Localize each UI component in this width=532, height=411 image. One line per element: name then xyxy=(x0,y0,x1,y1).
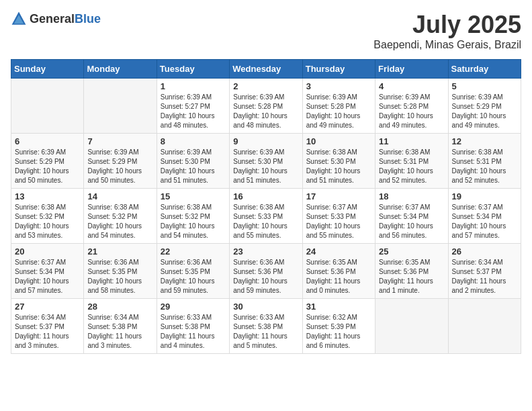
day-cell: 20Sunrise: 6:37 AM Sunset: 5:34 PM Dayli… xyxy=(11,244,84,299)
day-number: 26 xyxy=(452,246,517,257)
day-number: 4 xyxy=(379,81,444,91)
day-number: 25 xyxy=(379,246,444,257)
day-info: Sunrise: 6:39 AM Sunset: 5:28 PM Dayligh… xyxy=(233,93,298,130)
day-cell: 23Sunrise: 6:36 AM Sunset: 5:36 PM Dayli… xyxy=(230,244,302,299)
weekday-header-saturday: Saturday xyxy=(448,60,521,79)
day-cell: 28Sunrise: 6:34 AM Sunset: 5:38 PM Dayli… xyxy=(84,299,157,354)
weekday-header-thursday: Thursday xyxy=(302,60,375,79)
day-info: Sunrise: 6:37 AM Sunset: 5:34 PM Dayligh… xyxy=(15,258,80,295)
day-info: Sunrise: 6:37 AM Sunset: 5:34 PM Dayligh… xyxy=(379,203,444,240)
day-info: Sunrise: 6:39 AM Sunset: 5:27 PM Dayligh… xyxy=(161,93,226,130)
week-row-5: 27Sunrise: 6:34 AM Sunset: 5:37 PM Dayli… xyxy=(11,299,521,354)
day-info: Sunrise: 6:38 AM Sunset: 5:32 PM Dayligh… xyxy=(15,203,80,240)
day-number: 9 xyxy=(233,136,298,146)
day-number: 20 xyxy=(15,246,80,257)
day-info: Sunrise: 6:32 AM Sunset: 5:39 PM Dayligh… xyxy=(306,313,371,351)
day-info: Sunrise: 6:35 AM Sunset: 5:36 PM Dayligh… xyxy=(306,258,371,295)
day-cell: 3Sunrise: 6:39 AM Sunset: 5:28 PM Daylig… xyxy=(302,79,375,134)
day-number: 13 xyxy=(15,191,80,201)
day-number: 16 xyxy=(233,191,298,201)
day-cell: 27Sunrise: 6:34 AM Sunset: 5:37 PM Dayli… xyxy=(11,299,84,354)
day-info: Sunrise: 6:37 AM Sunset: 5:34 PM Dayligh… xyxy=(452,203,517,240)
day-number: 31 xyxy=(306,302,371,312)
day-number: 2 xyxy=(233,81,298,91)
day-number: 30 xyxy=(233,302,298,312)
weekday-header-sunday: Sunday xyxy=(11,60,84,79)
day-cell: 12Sunrise: 6:38 AM Sunset: 5:31 PM Dayli… xyxy=(448,134,521,189)
day-info: Sunrise: 6:39 AM Sunset: 5:28 PM Dayligh… xyxy=(379,93,444,130)
day-cell xyxy=(448,299,521,354)
day-info: Sunrise: 6:39 AM Sunset: 5:29 PM Dayligh… xyxy=(87,148,152,185)
week-row-1: 1Sunrise: 6:39 AM Sunset: 5:27 PM Daylig… xyxy=(11,79,521,134)
page-header: GeneralBlue July 2025 Baependi, Minas Ge… xyxy=(11,11,521,51)
day-number: 21 xyxy=(87,246,152,257)
week-row-4: 20Sunrise: 6:37 AM Sunset: 5:34 PM Dayli… xyxy=(11,244,521,299)
calendar-location: Baependi, Minas Gerais, Brazil xyxy=(373,39,521,51)
day-cell: 14Sunrise: 6:38 AM Sunset: 5:32 PM Dayli… xyxy=(84,189,157,244)
day-number: 12 xyxy=(452,136,517,146)
day-cell xyxy=(11,79,84,134)
day-number: 24 xyxy=(306,246,371,257)
day-info: Sunrise: 6:38 AM Sunset: 5:30 PM Dayligh… xyxy=(306,148,371,185)
day-info: Sunrise: 6:36 AM Sunset: 5:35 PM Dayligh… xyxy=(87,258,152,295)
logo: GeneralBlue xyxy=(11,11,101,27)
day-info: Sunrise: 6:33 AM Sunset: 5:38 PM Dayligh… xyxy=(161,313,226,351)
day-cell: 4Sunrise: 6:39 AM Sunset: 5:28 PM Daylig… xyxy=(375,79,448,134)
calendar-table: SundayMondayTuesdayWednesdayThursdayFrid… xyxy=(11,59,521,354)
day-cell: 26Sunrise: 6:34 AM Sunset: 5:37 PM Dayli… xyxy=(448,244,521,299)
day-info: Sunrise: 6:34 AM Sunset: 5:37 PM Dayligh… xyxy=(452,258,517,295)
day-number: 1 xyxy=(161,81,226,91)
weekday-header-row: SundayMondayTuesdayWednesdayThursdayFrid… xyxy=(11,60,521,79)
day-cell: 9Sunrise: 6:39 AM Sunset: 5:30 PM Daylig… xyxy=(230,134,302,189)
logo-general: General xyxy=(30,12,75,26)
day-number: 14 xyxy=(87,191,152,201)
day-info: Sunrise: 6:33 AM Sunset: 5:38 PM Dayligh… xyxy=(233,313,298,351)
day-cell xyxy=(84,79,157,134)
day-info: Sunrise: 6:38 AM Sunset: 5:31 PM Dayligh… xyxy=(452,148,517,185)
day-cell: 11Sunrise: 6:38 AM Sunset: 5:31 PM Dayli… xyxy=(375,134,448,189)
day-cell: 18Sunrise: 6:37 AM Sunset: 5:34 PM Dayli… xyxy=(375,189,448,244)
day-info: Sunrise: 6:39 AM Sunset: 5:30 PM Dayligh… xyxy=(233,148,298,185)
day-cell: 15Sunrise: 6:38 AM Sunset: 5:32 PM Dayli… xyxy=(157,189,229,244)
calendar-title: July 2025 xyxy=(373,11,521,39)
day-cell: 31Sunrise: 6:32 AM Sunset: 5:39 PM Dayli… xyxy=(302,299,375,354)
day-cell: 1Sunrise: 6:39 AM Sunset: 5:27 PM Daylig… xyxy=(157,79,229,134)
day-cell: 29Sunrise: 6:33 AM Sunset: 5:38 PM Dayli… xyxy=(157,299,229,354)
weekday-header-tuesday: Tuesday xyxy=(157,60,229,79)
day-number: 11 xyxy=(379,136,444,146)
day-number: 28 xyxy=(87,302,152,312)
day-number: 7 xyxy=(87,136,152,146)
day-number: 17 xyxy=(306,191,371,201)
day-cell: 30Sunrise: 6:33 AM Sunset: 5:38 PM Dayli… xyxy=(230,299,302,354)
day-cell: 24Sunrise: 6:35 AM Sunset: 5:36 PM Dayli… xyxy=(302,244,375,299)
day-cell: 6Sunrise: 6:39 AM Sunset: 5:29 PM Daylig… xyxy=(11,134,84,189)
day-number: 8 xyxy=(161,136,226,146)
day-number: 23 xyxy=(233,246,298,257)
day-number: 3 xyxy=(306,81,371,91)
title-block: July 2025 Baependi, Minas Gerais, Brazil xyxy=(373,11,521,51)
day-cell: 19Sunrise: 6:37 AM Sunset: 5:34 PM Dayli… xyxy=(448,189,521,244)
day-cell: 21Sunrise: 6:36 AM Sunset: 5:35 PM Dayli… xyxy=(84,244,157,299)
day-info: Sunrise: 6:39 AM Sunset: 5:29 PM Dayligh… xyxy=(15,148,80,185)
day-info: Sunrise: 6:39 AM Sunset: 5:28 PM Dayligh… xyxy=(306,93,371,130)
day-info: Sunrise: 6:36 AM Sunset: 5:35 PM Dayligh… xyxy=(161,258,226,295)
day-cell: 10Sunrise: 6:38 AM Sunset: 5:30 PM Dayli… xyxy=(302,134,375,189)
weekday-header-friday: Friday xyxy=(375,60,448,79)
day-number: 6 xyxy=(15,136,80,146)
day-info: Sunrise: 6:35 AM Sunset: 5:36 PM Dayligh… xyxy=(379,258,444,295)
day-cell: 5Sunrise: 6:39 AM Sunset: 5:29 PM Daylig… xyxy=(448,79,521,134)
day-info: Sunrise: 6:38 AM Sunset: 5:33 PM Dayligh… xyxy=(233,203,298,240)
day-number: 22 xyxy=(161,246,226,257)
day-cell xyxy=(375,299,448,354)
day-cell: 22Sunrise: 6:36 AM Sunset: 5:35 PM Dayli… xyxy=(157,244,229,299)
day-number: 15 xyxy=(161,191,226,201)
day-info: Sunrise: 6:39 AM Sunset: 5:29 PM Dayligh… xyxy=(452,93,517,130)
day-info: Sunrise: 6:38 AM Sunset: 5:31 PM Dayligh… xyxy=(379,148,444,185)
day-number: 19 xyxy=(452,191,517,201)
day-cell: 17Sunrise: 6:37 AM Sunset: 5:33 PM Dayli… xyxy=(302,189,375,244)
day-number: 10 xyxy=(306,136,371,146)
day-number: 27 xyxy=(15,302,80,312)
day-cell: 8Sunrise: 6:39 AM Sunset: 5:30 PM Daylig… xyxy=(157,134,229,189)
day-number: 29 xyxy=(161,302,226,312)
day-info: Sunrise: 6:38 AM Sunset: 5:32 PM Dayligh… xyxy=(87,203,152,240)
